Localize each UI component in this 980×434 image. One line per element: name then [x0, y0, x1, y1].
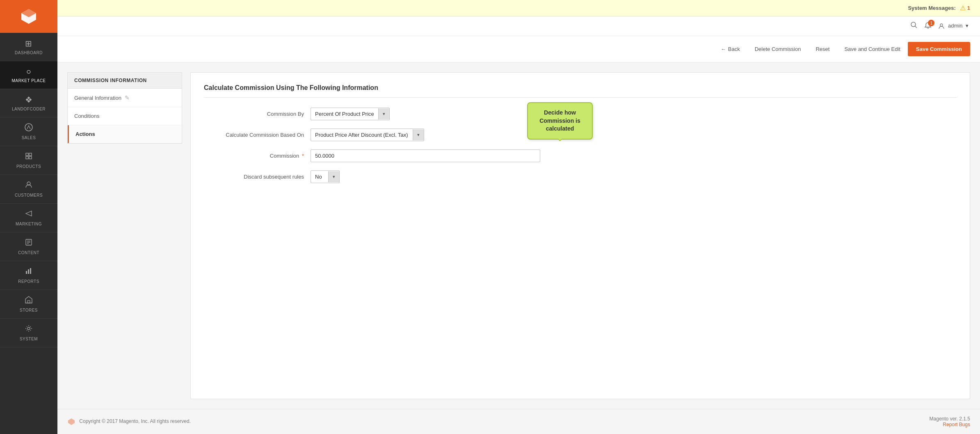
tooltip-text: Decide how Commission is calculated: [539, 109, 580, 132]
panel-item-conditions[interactable]: Conditions: [68, 107, 182, 125]
commission-based-on-control: Product Price After Discount (Excl. Tax)…: [311, 129, 424, 141]
svg-point-14: [27, 327, 30, 330]
commission-value-label: Commission *: [204, 153, 311, 159]
commission-by-select[interactable]: Percent Of Product Price Fixed Amount: [311, 108, 378, 120]
logo: [0, 0, 57, 33]
actions-label: Actions: [75, 131, 95, 137]
landofcoder-icon: ❖: [25, 95, 33, 105]
discard-rules-label: Discard subsequent rules: [204, 174, 311, 180]
sidebar-item-marketplace[interactable]: ○ MARKET PLACE: [0, 61, 57, 89]
discard-rules-row: Discard subsequent rules No Yes ▾: [204, 170, 957, 183]
save-continue-button[interactable]: Save and Continue Edit: [844, 46, 900, 52]
system-messages-label: System Messages:: [908, 5, 955, 11]
main-content: System Messages: ⚠ 1 1 admin ▾ ← Back De…: [57, 0, 980, 434]
commission-based-on-select-wrapper[interactable]: Product Price After Discount (Excl. Tax)…: [311, 129, 424, 141]
sidebar-label-products: PRODUCTS: [16, 164, 41, 169]
notifications-badge: 1: [928, 20, 934, 26]
svg-rect-3: [26, 156, 28, 159]
commission-value-input[interactable]: [311, 149, 540, 162]
search-icon[interactable]: [910, 21, 918, 31]
svg-line-16: [915, 26, 917, 28]
system-messages-bar: System Messages: ⚠ 1: [57, 0, 980, 16]
sidebar-label-dashboard: DASHBOARD: [15, 51, 43, 55]
admin-name: admin: [948, 23, 962, 29]
discard-rules-select[interactable]: No Yes: [311, 171, 328, 183]
commission-by-select-wrapper[interactable]: Percent Of Product Price Fixed Amount ▾: [311, 108, 390, 120]
general-info-label: General Infomration: [74, 95, 121, 101]
sidebar-item-reports[interactable]: REPORTS: [0, 261, 57, 290]
sidebar-item-content[interactable]: CONTENT: [0, 232, 57, 261]
dashboard-icon: ⊞: [25, 39, 32, 48]
system-messages-count: 1: [967, 5, 970, 11]
sidebar-item-landofcoder[interactable]: ❖ LANDOFCODER: [0, 89, 57, 117]
delete-commission-button[interactable]: Delete Commission: [755, 46, 801, 52]
topbar: 1 admin ▾: [57, 16, 980, 36]
commission-value-control: [311, 149, 540, 162]
stores-icon: [25, 296, 33, 306]
sidebar-item-sales[interactable]: SALES: [0, 117, 57, 146]
system-icon: [25, 324, 33, 335]
sidebar-item-system[interactable]: SYSTEM: [0, 319, 57, 347]
svg-rect-10: [26, 271, 27, 274]
svg-rect-13: [27, 301, 30, 303]
save-commission-button[interactable]: Save Commission: [908, 42, 970, 56]
sales-icon: [25, 123, 33, 133]
required-indicator: *: [302, 153, 304, 159]
sidebar-label-stores: STORES: [20, 308, 38, 312]
edit-icon[interactable]: ✎: [125, 94, 130, 101]
discard-rules-select-wrapper[interactable]: No Yes ▾: [311, 170, 340, 183]
conditions-label: Conditions: [74, 113, 99, 119]
svg-rect-4: [29, 156, 32, 159]
panel-item-actions[interactable]: Actions: [68, 125, 182, 143]
discard-rules-dropdown-btn[interactable]: ▾: [328, 171, 339, 182]
svg-rect-11: [28, 269, 29, 274]
footer-left: Copyright © 2017 Magento, Inc. All right…: [67, 418, 191, 426]
commission-based-on-dropdown-btn[interactable]: ▾: [413, 129, 424, 140]
commission-by-dropdown-btn[interactable]: ▾: [378, 108, 389, 119]
marketing-icon: [25, 209, 33, 220]
tooltip-bubble: Decide how Commission is calculated: [527, 102, 593, 140]
sidebar-item-customers[interactable]: CUSTOMERS: [0, 175, 57, 204]
sidebar-label-content: CONTENT: [18, 250, 39, 255]
customers-icon: [25, 181, 33, 191]
svg-point-17: [940, 24, 943, 26]
sidebar-label-reports: REPORTS: [18, 279, 39, 284]
back-button[interactable]: ← Back: [721, 46, 740, 52]
sidebar: ⊞ DASHBOARD ○ MARKET PLACE ❖ LANDOFCODER…: [0, 0, 57, 434]
left-panel: COMMISSION INFORMATION General Infomrati…: [67, 72, 182, 399]
report-bugs-link[interactable]: Report Bugs: [943, 422, 970, 427]
commission-based-on-label: Calculate Commission Based On: [204, 132, 311, 138]
sidebar-item-dashboard[interactable]: ⊞ DASHBOARD: [0, 33, 57, 61]
sidebar-item-marketing[interactable]: MARKETING: [0, 204, 57, 232]
commission-by-control: Percent Of Product Price Fixed Amount ▾: [311, 108, 390, 120]
panel-item-general[interactable]: General Infomration ✎: [68, 89, 182, 107]
marketplace-icon: ○: [26, 67, 32, 76]
svg-rect-12: [30, 268, 31, 274]
page-body: COMMISSION INFORMATION General Infomrati…: [57, 62, 980, 409]
notifications-wrap[interactable]: 1: [924, 22, 932, 30]
commission-by-label: Commission By: [204, 111, 311, 117]
reset-button[interactable]: Reset: [816, 46, 829, 52]
sidebar-label-customers: CUSTOMERS: [15, 193, 43, 197]
commission-based-on-select[interactable]: Product Price After Discount (Excl. Tax)…: [311, 129, 413, 141]
sidebar-label-system: SYSTEM: [20, 337, 38, 341]
svg-point-0: [25, 124, 32, 131]
sidebar-label-marketplace: MARKET PLACE: [11, 78, 46, 83]
admin-menu[interactable]: admin ▾: [938, 23, 970, 30]
svg-point-15: [911, 22, 916, 27]
right-content: Calculate Commission Using The Following…: [190, 72, 970, 399]
magento-version: Magento ver. 2.1.5: [930, 416, 970, 422]
reports-icon: [25, 267, 33, 277]
footer-right: Magento ver. 2.1.5 Report Bugs: [930, 416, 970, 427]
warning-icon: ⚠: [960, 4, 966, 12]
sidebar-label-marketing: MARKETING: [16, 222, 42, 226]
footer-copyright: Copyright © 2017 Magento, Inc. All right…: [79, 418, 191, 424]
sidebar-item-products[interactable]: PRODUCTS: [0, 146, 57, 175]
commission-info-panel: COMMISSION INFORMATION General Infomrati…: [67, 72, 182, 144]
discard-rules-control: No Yes ▾: [311, 170, 340, 183]
panel-header: COMMISSION INFORMATION: [68, 73, 182, 89]
back-label: Back: [728, 46, 740, 52]
sidebar-item-stores[interactable]: STORES: [0, 290, 57, 319]
sidebar-label-landofcoder: LANDOFCODER: [12, 107, 46, 111]
products-icon: [25, 152, 33, 162]
